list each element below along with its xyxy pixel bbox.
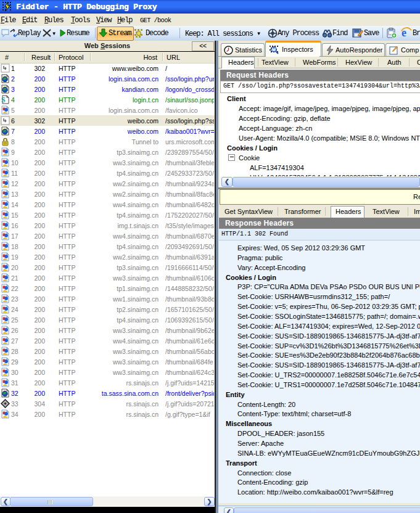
svg-text:S: S (1, 96, 6, 104)
